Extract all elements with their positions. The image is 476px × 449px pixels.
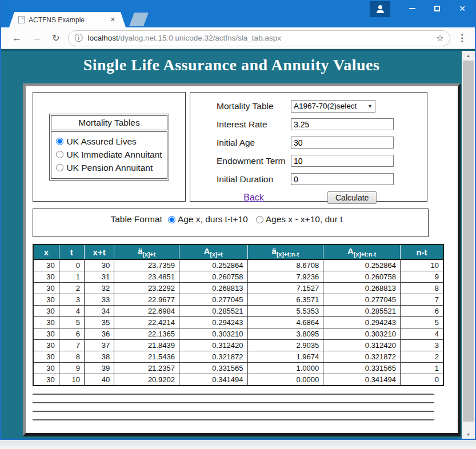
results-cell: 0.268813 — [179, 283, 247, 294]
results-cell: 35 — [84, 317, 114, 328]
results-cell: 0.303210 — [323, 328, 401, 340]
interest-rate-input[interactable] — [291, 118, 394, 130]
page-favicon-icon — [18, 16, 25, 23]
results-cell: 5 — [401, 317, 443, 328]
mortality-option-uk-assured-lives[interactable]: UK Assured Lives — [56, 135, 162, 148]
vertical-scrollbar[interactable]: ▲ ▼ — [462, 51, 475, 439]
results-cell: 2.9035 — [247, 340, 323, 351]
scrollbar-thumb[interactable] — [463, 61, 474, 422]
mortality-table-label: Mortality Table — [217, 101, 291, 111]
results-header-cell: x+t — [84, 244, 114, 259]
browser-window: ACTFNS Example ✕ ✕ ← → ↻ ⓘ localhost/dya… — [0, 0, 476, 449]
results-cell: 30 — [33, 340, 59, 351]
endowment-term-input[interactable] — [291, 155, 394, 167]
bookmark-star-icon[interactable]: ☆ — [436, 33, 444, 43]
results-cell: 0.331565 — [179, 363, 247, 374]
results-header-row: xtx+tä[x]+tA[x]+tä[x]+t:n-tA[x]+t:n-tn-t — [33, 244, 443, 259]
results-cell: 0.268813 — [323, 283, 401, 294]
calculate-button[interactable]: Calculate — [327, 191, 377, 204]
results-cell: 8 — [59, 351, 84, 363]
reload-icon[interactable]: ↻ — [52, 33, 59, 43]
initial-duration-label: Initial Duration — [217, 174, 291, 185]
profile-button[interactable] — [370, 1, 390, 17]
results-cell: 7 — [401, 294, 443, 306]
results-cell: 20.9202 — [114, 374, 179, 386]
results-cell: 4 — [59, 306, 84, 317]
table-row: 3053522.42140.2942434.68640.2942435 — [33, 317, 443, 328]
results-table: xtx+tä[x]+tA[x]+tä[x]+t:n-tA[x]+t:n-tn-t… — [33, 244, 444, 386]
results-cell: 36 — [84, 328, 114, 340]
results-cell: 0.285521 — [179, 306, 247, 317]
results-cell: 7 — [59, 340, 84, 351]
results-cell: 2 — [59, 283, 84, 294]
divider — [33, 402, 434, 403]
results-cell: 0.277045 — [323, 294, 401, 306]
results-header-cell: n-t — [401, 244, 443, 259]
results-cell: 30 — [33, 374, 59, 386]
minimize-button[interactable] — [399, 0, 425, 17]
mortality-table-select[interactable]: A1967-70(2)select — [291, 100, 375, 113]
results-cell: 5 — [59, 317, 84, 328]
new-tab-button[interactable] — [129, 13, 149, 26]
mortality-option-uk-immediate-annuitant[interactable]: UK Immediate Annuitant — [56, 148, 162, 161]
close-button[interactable]: ✕ — [450, 0, 475, 17]
tab-close-icon[interactable]: ✕ — [109, 15, 117, 24]
page-title: Single Life Assurance and Annuity Values — [1, 56, 462, 74]
results-cell: 39 — [84, 363, 114, 374]
results-header-cell: A[x]+t — [179, 244, 247, 259]
tab-title: ACTFNS Example — [29, 16, 105, 24]
scroll-down-icon[interactable]: ▼ — [462, 430, 475, 439]
url-path: /dyalog.net.15.0.unicode.32/actfns/sla_t… — [118, 34, 281, 42]
results-cell: 8.6708 — [247, 259, 323, 271]
table-row: 3003023.73590.2528648.67080.25286410 — [33, 259, 443, 271]
results-cell: 0 — [401, 374, 443, 386]
results-cell: 0.294243 — [179, 317, 247, 328]
mortality-option-uk-pension-annuitant[interactable]: UK Pension Annuitant — [56, 161, 162, 174]
results-cell: 0.331565 — [323, 363, 401, 374]
table-row: 3083821.54360.3218721.96740.3218722 — [33, 351, 443, 363]
scroll-up-icon[interactable]: ▲ — [462, 51, 475, 60]
back-link[interactable]: Back — [217, 193, 291, 203]
radio-uk-immediate-annuitant[interactable] — [56, 151, 63, 158]
url-text: localhost/dyalog.net.15.0.unicode.32/act… — [87, 34, 431, 42]
table-row: 3073721.84390.3124202.90350.3124203 — [33, 340, 443, 351]
results-cell: 1.9674 — [247, 351, 323, 363]
page-info-icon[interactable]: ⓘ — [74, 33, 82, 43]
results-cell: 0.294243 — [323, 317, 401, 328]
format-option-ages-x-dur-t[interactable]: Ages x - x+10, dur t — [256, 214, 343, 224]
back-navigation-icon[interactable]: ← — [12, 33, 22, 44]
results-cell: 0.252864 — [323, 259, 401, 271]
person-icon — [378, 5, 382, 9]
table-row: 3023223.22920.2688137.15270.2688138 — [33, 283, 443, 294]
format-option-age-x-durs[interactable]: Age x, durs t-t+10 — [168, 214, 248, 224]
initial-age-label: Initial Age — [217, 138, 291, 148]
initial-duration-input[interactable] — [291, 173, 394, 185]
results-cell: 38 — [84, 351, 114, 363]
results-cell: 2 — [401, 351, 443, 363]
browser-tab[interactable]: ACTFNS Example ✕ — [9, 12, 126, 27]
results-cell: 10 — [59, 374, 84, 386]
table-row: 3043422.69840.2855215.53530.2855216 — [33, 306, 443, 317]
results-cell: 6 — [401, 306, 443, 317]
results-cell: 1.0000 — [247, 363, 323, 374]
maximize-icon — [434, 6, 440, 11]
results-body: 3003023.73590.2528648.67080.252864103013… — [33, 259, 443, 386]
results-cell: 4 — [401, 328, 443, 340]
maximize-button[interactable] — [425, 0, 450, 17]
results-cell: 0.341494 — [179, 374, 247, 386]
format-radio-age-x-durs[interactable] — [168, 216, 175, 223]
radio-uk-pension-annuitant[interactable] — [56, 164, 63, 171]
results-cell: 23.4851 — [114, 271, 179, 283]
radio-uk-assured-lives[interactable] — [56, 138, 63, 145]
results-cell: 6.3571 — [247, 294, 323, 306]
table-format-label: Table Format — [110, 214, 162, 224]
results-cell: 21.2357 — [114, 363, 179, 374]
initial-age-input[interactable] — [291, 137, 394, 149]
address-bar[interactable]: ⓘ localhost/dyalog.net.15.0.unicode.32/a… — [68, 30, 450, 46]
browser-toolbar: ← → ↻ ⓘ localhost/dyalog.net.15.0.unicod… — [1, 27, 475, 49]
results-cell: 0.0000 — [247, 374, 323, 386]
results-cell: 30 — [33, 306, 59, 317]
browser-menu-icon[interactable]: ⋮ — [457, 32, 467, 44]
results-cell: 5.5353 — [247, 306, 323, 317]
format-radio-ages-x-dur-t[interactable] — [256, 216, 263, 223]
